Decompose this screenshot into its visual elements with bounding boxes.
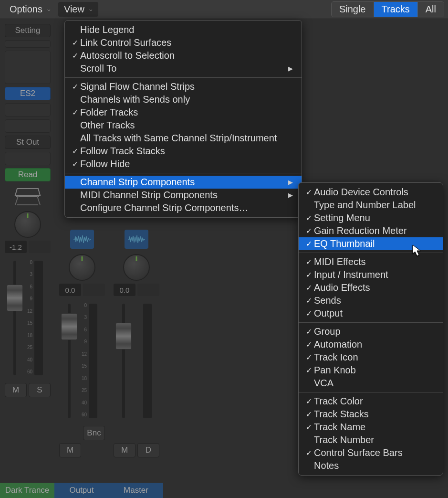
- segment-single[interactable]: Single: [332, 2, 374, 17]
- check-icon: ✓: [70, 159, 80, 169]
- menu-item[interactable]: ✓Follow Hide: [65, 158, 302, 170]
- menu-item[interactable]: Scroll To▶: [65, 62, 302, 75]
- menu-item-label: Audio Effects: [314, 282, 434, 293]
- check-icon: ✓: [303, 397, 314, 406]
- track-name-dark-trance[interactable]: Dark Trance: [0, 483, 54, 498]
- view-menu: Hide Legend✓Link Control Surfaces✓Autosc…: [64, 20, 302, 218]
- menu-item[interactable]: ✓Input / Instrument: [299, 268, 443, 281]
- options-menu-button[interactable]: Options ⌵: [4, 2, 56, 17]
- audio-fx-slot[interactable]: [5, 103, 51, 117]
- fader-cap[interactable]: [115, 323, 132, 350]
- track-name-output[interactable]: Output: [54, 483, 109, 498]
- menu-item[interactable]: ✓Gain Reduction Meter: [299, 224, 443, 237]
- solo-button[interactable]: S: [29, 383, 51, 397]
- menu-item-label: Autoscroll to Selection: [80, 50, 293, 61]
- fader-section: 0369121518254060: [59, 299, 105, 423]
- menu-item[interactable]: ✓Automation: [299, 338, 443, 351]
- menu-item-label: All Tracks with Same Channel Strip/Instr…: [80, 133, 293, 144]
- menu-item[interactable]: Hide Legend: [65, 23, 302, 36]
- mute-button[interactable]: M: [114, 443, 135, 457]
- menu-item[interactable]: ✓Track Stacks: [299, 408, 443, 421]
- view-menu-button[interactable]: View ⌵: [58, 2, 98, 17]
- eq-thumbnail[interactable]: [5, 51, 51, 84]
- mute-button[interactable]: M: [59, 443, 81, 457]
- track-name-master[interactable]: Master: [109, 483, 163, 498]
- menu-item[interactable]: ✓Audio Effects: [299, 281, 443, 294]
- peak-value[interactable]: [137, 284, 159, 296]
- menu-item[interactable]: Type and Number Label: [299, 199, 443, 212]
- menu-item-label: Output: [314, 308, 434, 319]
- menu-item[interactable]: ✓Pan Knob: [299, 364, 443, 377]
- menu-item-label: Audio Device Controls: [314, 187, 434, 198]
- menu-item[interactable]: ✓Autoscroll to Selection: [65, 49, 302, 62]
- menu-item[interactable]: Channels with Sends only: [65, 93, 302, 106]
- dim-button[interactable]: D: [137, 443, 159, 457]
- menu-item[interactable]: Channel Strip Components▶: [65, 176, 302, 189]
- check-icon: ✓: [70, 82, 80, 91]
- mute-button[interactable]: M: [5, 383, 27, 397]
- menu-item[interactable]: ✓Link Control Surfaces: [65, 36, 302, 49]
- menu-item[interactable]: ✓Group: [299, 325, 443, 338]
- track-names-row: Dark Trance Output Master: [0, 483, 163, 498]
- menu-item[interactable]: ✓EQ Thumbnail: [299, 237, 443, 250]
- menu-item[interactable]: Configure Channel Strip Components…: [65, 201, 302, 214]
- pan-value[interactable]: 0.0: [59, 284, 81, 296]
- fader-track[interactable]: [122, 304, 125, 418]
- check-icon: ✓: [70, 147, 80, 156]
- instrument-slot[interactable]: ES2: [5, 87, 51, 100]
- menu-item-label: Track Icon: [314, 352, 434, 363]
- menu-item-label: Channels with Sends only: [80, 94, 293, 105]
- menu-item-label: VCA: [314, 378, 434, 389]
- menu-separator: [65, 173, 302, 173]
- menu-item-label: Notes: [314, 460, 434, 471]
- menu-item[interactable]: VCA: [299, 377, 443, 390]
- menu-item[interactable]: ✓Control Surface Bars: [299, 446, 443, 459]
- fader-cap[interactable]: [61, 313, 77, 340]
- menu-item[interactable]: Track Number: [299, 434, 443, 446]
- group-slot[interactable]: [5, 152, 51, 165]
- segment-tracks[interactable]: Tracks: [374, 2, 418, 17]
- menu-item[interactable]: ✓Track Color: [299, 395, 443, 408]
- menu-item-label: MIDI Channel Strip Components: [80, 190, 274, 201]
- check-icon: ✓: [303, 239, 314, 248]
- output-slot[interactable]: St Out: [5, 136, 51, 149]
- fader-track[interactable]: [13, 261, 16, 375]
- menu-item[interactable]: ✓Setting Menu: [299, 212, 443, 224]
- menu-separator: [299, 253, 443, 253]
- pan-knob[interactable]: [69, 254, 95, 281]
- pan-knob[interactable]: [14, 211, 41, 238]
- pan-value[interactable]: 0.0: [114, 284, 135, 296]
- menu-item-label: Signal Flow Channel Strips: [80, 81, 293, 92]
- menu-item[interactable]: ✓Folder Tracks: [65, 106, 302, 119]
- automation-mode[interactable]: Read: [5, 168, 51, 181]
- menu-item[interactable]: Notes: [299, 459, 443, 472]
- pan-knob[interactable]: [123, 254, 150, 281]
- meter-scale: 0369121518254060: [82, 303, 87, 417]
- menu-item[interactable]: ✓Sends: [299, 294, 443, 307]
- menu-item[interactable]: ✓Signal Flow Channel Strips: [65, 80, 302, 93]
- menu-item-label: Setting Menu: [314, 212, 434, 223]
- menu-separator: [299, 322, 443, 323]
- menu-item[interactable]: ✓Track Name: [299, 421, 443, 434]
- menu-item[interactable]: ✓Audio Device Controls: [299, 186, 443, 199]
- menu-item[interactable]: ✓Output: [299, 307, 443, 320]
- menu-item[interactable]: ✓Track Icon: [299, 351, 443, 364]
- segment-all[interactable]: All: [418, 2, 444, 17]
- menu-item[interactable]: ✓MIDI Effects: [299, 255, 443, 268]
- menu-item[interactable]: ✓Follow Track Stacks: [65, 145, 302, 158]
- menu-item[interactable]: All Tracks with Same Channel Strip/Instr…: [65, 132, 302, 145]
- setting-slot[interactable]: Setting: [5, 24, 51, 37]
- menu-item[interactable]: Other Tracks: [65, 119, 302, 132]
- fader-cap[interactable]: [7, 285, 23, 311]
- peak-value[interactable]: [83, 284, 105, 296]
- peak-value[interactable]: [29, 241, 51, 253]
- menu-item[interactable]: MIDI Channel Strip Components▶: [65, 189, 302, 201]
- menu-item-label: Control Surface Bars: [314, 447, 434, 458]
- menu-separator: [299, 392, 443, 392]
- pan-value[interactable]: -1.2: [5, 241, 27, 253]
- sends-slot[interactable]: [5, 119, 51, 133]
- check-icon: ✓: [303, 410, 314, 419]
- bounce-button[interactable]: Bnc: [83, 426, 105, 440]
- menu-item-label: Folder Tracks: [80, 107, 293, 118]
- menu-item-label: Gain Reduction Meter: [314, 225, 434, 236]
